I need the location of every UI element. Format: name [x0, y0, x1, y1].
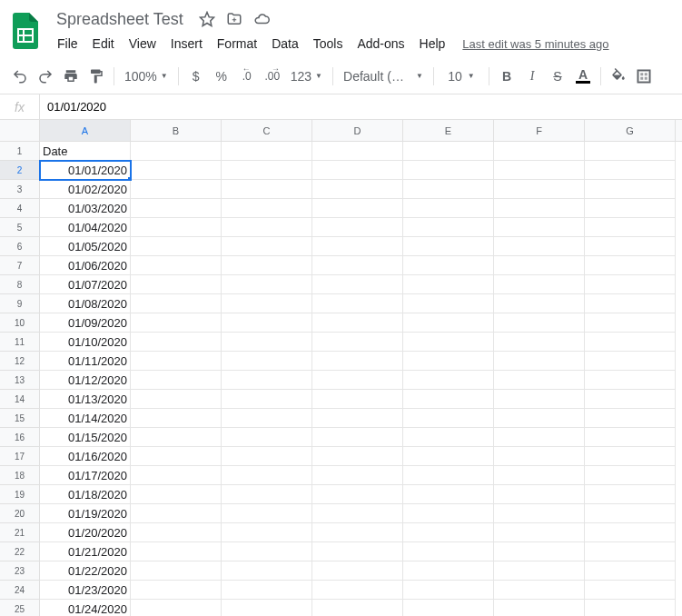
cell[interactable] [131, 256, 222, 275]
cell[interactable] [585, 161, 676, 180]
cell[interactable]: 01/05/2020 [40, 237, 131, 256]
cell[interactable] [494, 256, 585, 275]
cell[interactable] [312, 294, 403, 313]
cell[interactable] [222, 466, 312, 485]
cell[interactable] [222, 237, 312, 256]
row-header[interactable]: 3 [0, 180, 40, 199]
undo-button[interactable] [7, 64, 33, 89]
cell[interactable] [222, 561, 312, 581]
menu-edit[interactable]: Edit [86, 33, 121, 55]
cell[interactable]: 01/10/2020 [40, 333, 131, 352]
cell[interactable] [585, 180, 676, 199]
formula-input[interactable] [40, 94, 682, 119]
cell[interactable] [585, 199, 676, 218]
cell[interactable] [312, 390, 403, 409]
last-edit-link[interactable]: Last edit was 5 minutes ago [462, 37, 608, 51]
sheets-logo[interactable] [7, 13, 44, 49]
cell[interactable] [403, 428, 494, 447]
cell[interactable] [312, 333, 403, 352]
decrease-decimal-button[interactable]: .0← [234, 64, 260, 89]
cell[interactable] [494, 313, 585, 333]
cell[interactable]: 01/21/2020 [40, 542, 131, 561]
cell[interactable] [403, 600, 494, 616]
cell[interactable] [403, 371, 494, 390]
cell[interactable] [494, 409, 585, 428]
menu-insert[interactable]: Insert [164, 33, 209, 55]
cell[interactable] [403, 466, 494, 485]
strikethrough-button[interactable]: S [545, 64, 570, 89]
cell[interactable] [222, 485, 312, 504]
text-color-button[interactable]: A [570, 64, 596, 89]
cell[interactable] [312, 371, 403, 390]
cell[interactable] [403, 161, 494, 180]
cell[interactable] [131, 600, 222, 616]
row-header[interactable]: 15 [0, 409, 40, 428]
menu-help[interactable]: Help [413, 33, 452, 55]
cell[interactable] [403, 523, 494, 542]
row-header[interactable]: 6 [0, 237, 40, 256]
cell[interactable] [222, 256, 312, 275]
cell[interactable] [131, 218, 222, 237]
cell[interactable]: 01/18/2020 [40, 485, 131, 504]
column-header-d[interactable]: D [312, 120, 403, 141]
cell[interactable] [222, 313, 312, 333]
cell[interactable]: 01/24/2020 [40, 600, 131, 616]
row-header[interactable]: 16 [0, 428, 40, 447]
paint-format-button[interactable] [84, 64, 109, 89]
cell[interactable]: 01/14/2020 [40, 409, 131, 428]
column-header-b[interactable]: B [131, 120, 222, 141]
cell[interactable] [494, 294, 585, 313]
cell[interactable]: 01/22/2020 [40, 561, 131, 581]
cell[interactable] [312, 313, 403, 333]
cell[interactable] [494, 447, 585, 466]
cell[interactable] [222, 294, 312, 313]
row-header[interactable]: 17 [0, 447, 40, 466]
cell[interactable] [403, 504, 494, 523]
row-header[interactable]: 2 [0, 161, 40, 180]
cell[interactable] [585, 561, 676, 581]
cell[interactable] [403, 142, 494, 161]
cell[interactable] [312, 600, 403, 616]
cell[interactable] [222, 390, 312, 409]
cell[interactable] [585, 428, 676, 447]
cell[interactable]: 01/17/2020 [40, 466, 131, 485]
cell[interactable]: 01/13/2020 [40, 390, 131, 409]
cell[interactable] [222, 333, 312, 352]
cell[interactable] [403, 237, 494, 256]
select-all-corner[interactable] [0, 120, 40, 141]
cell[interactable] [312, 180, 403, 199]
cell[interactable] [585, 218, 676, 237]
cell[interactable] [494, 142, 585, 161]
cell[interactable] [312, 428, 403, 447]
cell[interactable] [312, 409, 403, 428]
cell[interactable] [585, 447, 676, 466]
cell[interactable] [585, 485, 676, 504]
more-formats-button[interactable]: 123▼ [285, 69, 328, 84]
row-header[interactable]: 10 [0, 313, 40, 333]
cell[interactable] [585, 542, 676, 561]
cell[interactable] [403, 447, 494, 466]
cell[interactable] [131, 561, 222, 581]
row-header[interactable]: 21 [0, 523, 40, 542]
cell[interactable] [131, 523, 222, 542]
cell[interactable]: 01/07/2020 [40, 275, 131, 294]
redo-button[interactable] [33, 64, 58, 89]
column-header-a[interactable]: A [40, 120, 131, 141]
cell[interactable] [222, 275, 312, 294]
cell[interactable] [222, 142, 312, 161]
cell[interactable] [131, 142, 222, 161]
cell[interactable] [494, 561, 585, 581]
cell[interactable] [403, 256, 494, 275]
cell[interactable] [585, 390, 676, 409]
cell[interactable] [585, 294, 676, 313]
row-header[interactable]: 25 [0, 600, 40, 616]
menu-format[interactable]: Format [211, 33, 263, 55]
row-header[interactable]: 13 [0, 371, 40, 390]
menu-file[interactable]: File [51, 33, 84, 55]
column-header-c[interactable]: C [222, 120, 312, 141]
cell[interactable] [403, 485, 494, 504]
cell[interactable]: 01/09/2020 [40, 313, 131, 333]
cell[interactable] [131, 447, 222, 466]
column-header-g[interactable]: G [585, 120, 676, 141]
move-icon[interactable] [225, 10, 243, 28]
